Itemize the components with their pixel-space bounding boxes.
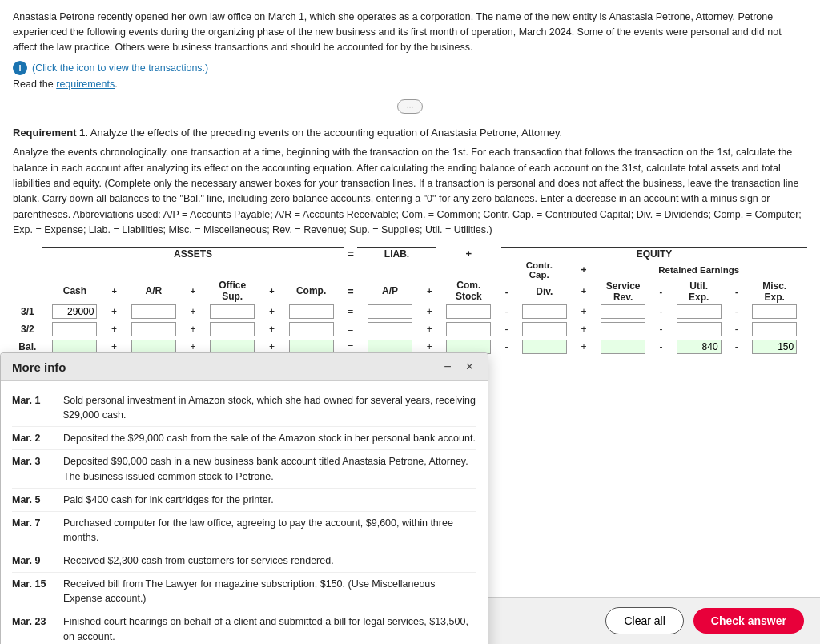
input-misc-exp-row1[interactable]	[752, 322, 797, 336]
modal-controls: − ×	[440, 360, 476, 374]
operator: +	[186, 320, 199, 338]
modal-close-button[interactable]: ×	[463, 360, 476, 374]
operator: -	[731, 320, 742, 338]
row-label-0: 3/1	[13, 303, 42, 320]
operator: -	[731, 338, 742, 356]
modal-event-row: Mar. 5Paid $400 cash for ink cartridges …	[12, 489, 476, 512]
assets-header: ASSETS	[42, 248, 344, 260]
operator: -	[501, 338, 512, 356]
input-comp-row1[interactable]	[289, 322, 334, 336]
equity-header: EQUITY	[501, 248, 807, 260]
operator: +	[423, 303, 436, 320]
modal-event-desc: Paid $400 cash for ink cartridges for th…	[63, 493, 476, 507]
check-answer-button[interactable]: Check answer	[693, 608, 804, 634]
operator: +	[577, 320, 590, 338]
modal-event-desc: Received $2,300 cash from customers for …	[63, 553, 476, 568]
operator: -	[501, 320, 512, 338]
service-rev-col-header: Service Rev.	[591, 280, 656, 303]
modal-event-row: Mar. 3Deposited $90,000 cash in a new bu…	[12, 450, 476, 488]
input-ap-row1[interactable]	[368, 322, 412, 336]
modal-event-desc: Finished court hearings on behalf of a c…	[63, 614, 476, 643]
view-transactions-link[interactable]: (Click the icon to view the transactions…	[32, 62, 208, 74]
input-util-exp-row1[interactable]	[677, 322, 722, 336]
modal-event-desc: Purchased computer for the law office, a…	[63, 516, 476, 545]
modal-event-date: Mar. 2	[12, 431, 54, 445]
modal-event-date: Mar. 9	[12, 553, 54, 568]
modal-event-row: Mar. 2Deposited the $29,000 cash from th…	[12, 427, 476, 450]
input-ar-row0[interactable]	[131, 304, 176, 319]
modal-event-row: Mar. 23Finished court hearings on behalf…	[12, 610, 476, 644]
operator: +	[265, 303, 279, 320]
misc-exp-col-header: Misc. Exp.	[742, 280, 807, 303]
input-com-stock-row1[interactable]	[446, 322, 491, 336]
input-div-row1[interactable]	[522, 322, 567, 336]
operator: +	[577, 338, 590, 356]
modal-event-desc: Sold personal investment in Amazon stock…	[63, 393, 476, 422]
modal-event-desc: Deposited $90,000 cash in a new business…	[63, 454, 476, 483]
modal-minimize-button[interactable]: −	[440, 360, 454, 374]
input-office-row1[interactable]	[210, 322, 255, 336]
clear-all-button[interactable]: Clear all	[605, 607, 683, 634]
modal-event-row: Mar. 1Sold personal investment in Amazon…	[12, 389, 476, 427]
input-service-rev-row1[interactable]	[601, 322, 645, 336]
modal-event-row: Mar. 15Received bill from The Lawyer for…	[12, 573, 476, 610]
accounting-table: ASSETS = LIAB. + EQUITY Contr. Cap.	[13, 247, 807, 356]
input-misc-exp-row2[interactable]	[752, 340, 797, 354]
input-comp-row2[interactable]	[289, 340, 334, 354]
modal-event-date: Mar. 5	[12, 493, 54, 507]
input-util-exp-row2[interactable]	[677, 340, 722, 354]
info-icon[interactable]: i	[13, 61, 27, 75]
intro-text: Anastasia Petrone recently opened her ow…	[13, 10, 807, 54]
operator: +	[107, 303, 121, 320]
input-ar-row2[interactable]	[131, 340, 176, 354]
input-cash-row0[interactable]	[52, 304, 97, 319]
liab-header: LIAB.	[357, 248, 436, 260]
input-office-row0[interactable]	[210, 304, 255, 319]
retained-earnings-header: Retained Earnings	[591, 260, 807, 280]
input-div-row0[interactable]	[522, 304, 567, 319]
analyze-paragraph: Analyze the events chronologically, one …	[13, 145, 807, 238]
modal-title: More info	[12, 360, 66, 374]
input-ap-row2[interactable]	[368, 340, 412, 354]
requirements-link[interactable]: requirements	[56, 78, 115, 90]
modal-event-date: Mar. 7	[12, 516, 54, 545]
equals-header: =	[344, 248, 357, 260]
operator: +	[186, 303, 199, 320]
modal-body: Mar. 1Sold personal investment in Amazon…	[1, 381, 488, 644]
operator: -	[501, 303, 512, 320]
input-cash-row2[interactable]	[52, 340, 97, 354]
operator: =	[344, 320, 357, 338]
expand-dots-button[interactable]: ···	[397, 99, 422, 114]
read-requirements: Read the requirements.	[13, 78, 807, 90]
modal-event-date: Mar. 15	[12, 577, 54, 606]
input-com-stock-row0[interactable]	[446, 304, 491, 319]
input-service-rev-row0[interactable]	[601, 304, 645, 319]
cash-col-header: Cash	[42, 280, 107, 303]
input-util-exp-row0[interactable]	[677, 304, 722, 319]
operator: +	[265, 320, 279, 338]
input-cash-row1[interactable]	[52, 322, 97, 336]
input-ar-row1[interactable]	[131, 322, 176, 336]
input-service-rev-row2[interactable]	[601, 340, 645, 354]
input-misc-exp-row0[interactable]	[752, 304, 797, 319]
input-ap-row0[interactable]	[368, 304, 412, 319]
modal-header: More info − ×	[1, 353, 488, 381]
operator: -	[656, 320, 666, 338]
input-comp-row0[interactable]	[289, 304, 334, 319]
operator: +	[423, 320, 436, 338]
row-label-1: 3/2	[13, 320, 42, 338]
more-info-modal: More info − × Mar. 1Sold personal invest…	[0, 352, 488, 644]
modal-event-row: Mar. 9Received $2,300 cash from customer…	[12, 549, 476, 573]
input-com-stock-row2[interactable]	[446, 340, 491, 354]
input-office-row2[interactable]	[210, 340, 255, 354]
operator: -	[731, 303, 742, 320]
accounting-table-section: ASSETS = LIAB. + EQUITY Contr. Cap.	[13, 247, 807, 356]
modal-event-date: Mar. 3	[12, 454, 54, 483]
util-exp-col-header: Util. Exp.	[666, 280, 731, 303]
modal-event-row: Mar. 7Purchased computer for the law off…	[12, 512, 476, 549]
office-col-header: Office Sup.	[200, 280, 265, 303]
input-div-row2[interactable]	[522, 340, 567, 354]
operator: -	[656, 338, 666, 356]
div-col-header: Div.	[512, 280, 577, 303]
modal-event-date: Mar. 23	[12, 614, 54, 643]
